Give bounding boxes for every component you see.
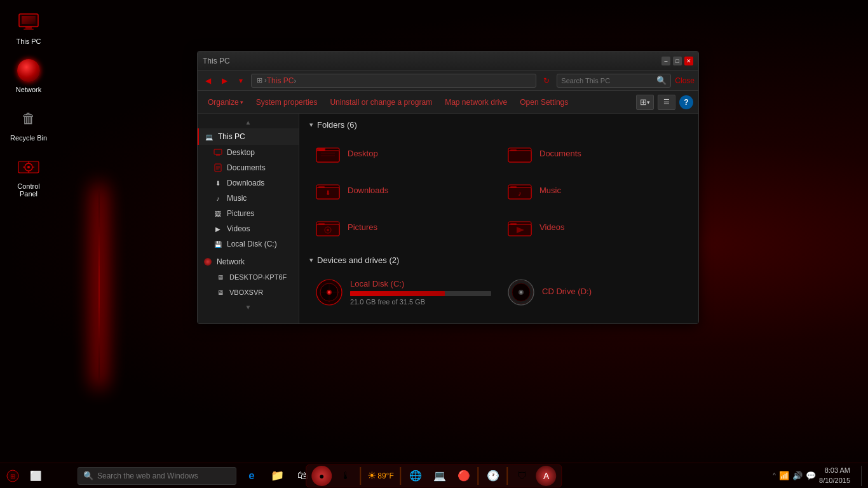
sidebar-scroll-up[interactable]: ▲ [244, 118, 253, 127]
dock-icon-5: 🔴 [458, 470, 470, 482]
desktop-sidebar-icon [213, 147, 223, 158]
dock-item-2[interactable]: 🌡 [336, 466, 356, 486]
address-path[interactable]: ⊞ › This PC › [251, 74, 536, 88]
system-properties-button[interactable]: System properties [251, 96, 323, 109]
dock-item-8[interactable]: A [536, 466, 557, 486]
view-list-button[interactable]: ☰ [658, 95, 675, 110]
folder-item-documents[interactable]: Documents [501, 137, 688, 169]
map-network-button[interactable]: Map network drive [440, 96, 512, 109]
sidebar-item-this-pc[interactable]: 💻 This PC [198, 128, 299, 145]
downloads-folder-icon: ⬇ [315, 178, 341, 202]
sidebar-item-desktop[interactable]: Desktop [198, 145, 299, 160]
search-input[interactable] [561, 77, 656, 85]
close-button[interactable]: ✕ [684, 57, 693, 65]
svg-rect-42 [510, 223, 517, 225]
desktop-icon-recycle-bin[interactable]: 🗑 Recycle Bin [6, 103, 51, 145]
cd-drive-info: CD Drive (D:) [542, 287, 683, 299]
dock-weather-icon: ☀ [367, 470, 376, 482]
sidebar-item-documents[interactable]: Documents [198, 160, 299, 175]
local-disk-sidebar-label: Local Disk (C:) [227, 240, 277, 248]
svg-point-7 [27, 166, 30, 168]
downloads-sidebar-label: Downloads [227, 179, 264, 187]
folder-item-downloads[interactable]: ⬇ Downloads [309, 174, 496, 206]
drive-item-local-disk[interactable]: Local Disk (C:) 21.0 GB free of 31.5 GB [309, 273, 496, 312]
local-disk-sidebar-icon: 💾 [213, 239, 223, 249]
dropdown-button[interactable]: ▾ [234, 74, 247, 87]
folders-section-header[interactable]: ▾ Folders (6) [309, 120, 688, 130]
sidebar-item-vboxsvr[interactable]: 🖥 VBOXSVR [198, 285, 299, 300]
dock-separator-4 [507, 467, 508, 485]
desktop-kpt6f-icon: 🖥 [215, 272, 226, 282]
view-options-button[interactable]: ⊞ ▾ [636, 95, 654, 110]
start-button[interactable]: ⊞ [0, 463, 25, 489]
dock-icon-1: ● [319, 471, 324, 481]
dock-item-5[interactable]: 🔴 [454, 466, 474, 486]
tray-network-icon[interactable]: 📶 [779, 471, 789, 480]
sidebar-item-network[interactable]: Network [198, 254, 299, 269]
folder-item-videos[interactable]: Videos [501, 211, 688, 243]
dock-icon-8: A [543, 471, 549, 481]
sidebar-item-desktop-kpt6f[interactable]: 🖥 DESKTOP-KPT6F [198, 269, 299, 285]
open-settings-button[interactable]: Open Settings [515, 96, 573, 109]
dock-item-6[interactable]: 🕐 [483, 466, 503, 486]
sidebar-item-music[interactable]: ♪ Music [198, 191, 299, 206]
drive-item-cd[interactable]: CD Drive (D:) [501, 273, 688, 312]
dock-item-1[interactable]: ● [311, 466, 332, 486]
tray-volume-icon[interactable]: 🔊 [792, 471, 803, 480]
svg-text:♪: ♪ [518, 189, 522, 197]
taskbar-search-box: 🔍 [78, 467, 236, 485]
dock-item-weather[interactable]: ☀ 89°F [365, 466, 396, 486]
show-desktop-button[interactable] [861, 466, 865, 486]
recycle-bin-label: Recycle Bin [10, 134, 47, 142]
recycle-bin-icon: 🗑 [16, 106, 41, 132]
dock-item-4[interactable]: 💻 [430, 466, 450, 486]
edge-button[interactable]: e [241, 463, 262, 489]
desktop-icon-control-panel[interactable]: Control Panel [6, 151, 51, 201]
organize-button[interactable]: Organize ▾ [203, 96, 248, 109]
pictures-sidebar-label: Pictures [227, 209, 254, 218]
taskbar-clock[interactable]: 8:03 AM 8/10/2015 [819, 466, 857, 485]
drives-section-header[interactable]: ▾ Devices and drives (2) [309, 255, 688, 265]
tray-chat-icon[interactable]: 💬 [806, 471, 816, 480]
svg-text:⬇: ⬇ [325, 189, 330, 196]
dock-item-7[interactable]: 🛡 [512, 466, 532, 486]
documents-folder-label: Documents [539, 149, 581, 158]
uninstall-button[interactable]: Uninstall or change a program [325, 96, 437, 109]
sidebar-scroll-down[interactable]: ▼ [244, 302, 253, 312]
folder-item-music[interactable]: ♪ Music [501, 174, 688, 206]
folders-section-label: Folders (6) [317, 120, 357, 130]
folder-item-desktop[interactable]: Desktop [309, 137, 496, 169]
desktop-folder-label: Desktop [348, 149, 378, 158]
forward-button[interactable]: ▶ [218, 74, 231, 87]
desktop-icon-network[interactable]: Network [6, 55, 51, 97]
explorer-window: This PC – □ ✕ ◀ ▶ ▾ ⊞ › This PC › ↻ 🔍 Cl… [197, 51, 699, 324]
help-button[interactable]: ? [679, 95, 693, 109]
sidebar-item-downloads[interactable]: ⬇ Downloads [198, 175, 299, 191]
this-pc-label: This PC [16, 37, 41, 45]
videos-folder-label: Videos [539, 222, 565, 232]
svg-rect-20 [316, 151, 339, 162]
address-close-label[interactable]: Close [675, 76, 695, 85]
back-button[interactable]: ◀ [201, 74, 214, 87]
music-folder-icon: ♪ [506, 178, 533, 202]
view-dropdown-icon: ▾ [647, 99, 650, 105]
local-disk-name: Local Disk (C:) [350, 279, 491, 288]
sidebar-item-videos[interactable]: ▶ Videos [198, 221, 299, 236]
clock-date: 8/10/2015 [819, 476, 850, 485]
refresh-button[interactable]: ↻ [540, 74, 553, 87]
desktop-kpt6f-label: DESKTOP-KPT6F [229, 273, 287, 281]
task-view-button[interactable]: ⬜ [25, 463, 46, 489]
sidebar-item-pictures[interactable]: 🖼 Pictures [198, 206, 299, 221]
taskbar-search-input[interactable] [97, 471, 231, 480]
desktop-icon-this-pc[interactable]: This PC [6, 6, 51, 48]
maximize-button[interactable]: □ [673, 57, 682, 65]
vboxsvr-label: VBOXSVR [229, 288, 263, 296]
tray-chevron[interactable]: ^ [773, 472, 776, 479]
desktop-folder-icon [315, 141, 341, 165]
dock-item-3[interactable]: 🌐 [405, 466, 426, 486]
toolbar-right: ⊞ ▾ ☰ ? [636, 95, 693, 110]
file-explorer-button[interactable]: 📁 [267, 463, 287, 489]
sidebar-item-local-disk[interactable]: 💾 Local Disk (C:) [198, 236, 299, 252]
folder-item-pictures[interactable]: Pictures [309, 211, 496, 243]
minimize-button[interactable]: – [661, 57, 670, 65]
